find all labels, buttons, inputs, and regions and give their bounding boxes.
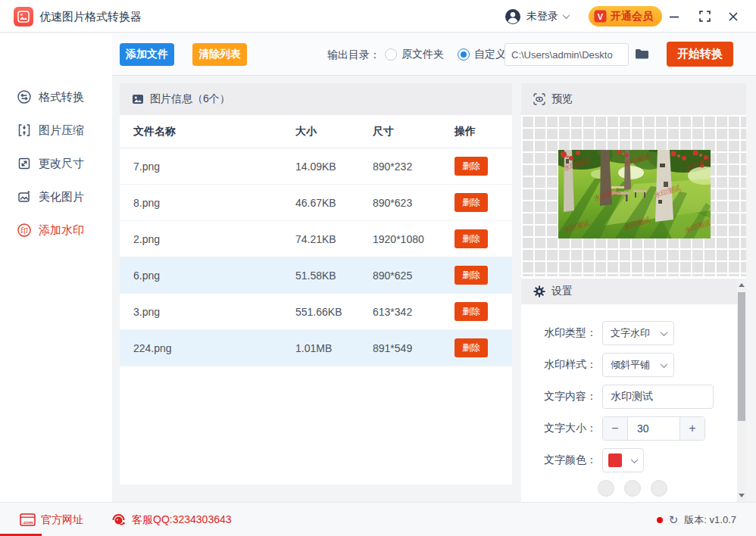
clear-list-button[interactable]: 清除列表: [192, 43, 247, 66]
table-row[interactable]: 3.png 551.66KB 613*342 删除: [120, 294, 512, 330]
file-name: 8.png: [133, 197, 295, 209]
close-icon: [728, 11, 739, 22]
output-dir-options: 原文件夹 自定义: [385, 33, 506, 76]
text-size-label: 文字大小：: [544, 422, 602, 435]
folder-icon: [635, 48, 649, 60]
text-color-row: 文字颜色：: [544, 448, 737, 472]
sidebar: 格式转换 图片压缩 更改尺寸 美化图片 印 添加水印: [0, 33, 112, 502]
customer-service-label: 客服QQ:3234303643: [132, 513, 232, 527]
watermark-type-label: 水印类型：: [544, 326, 602, 340]
file-size: 46.67KB: [295, 197, 373, 209]
scroll-down-arrow-icon[interactable]: [739, 494, 745, 497]
browse-folder-button[interactable]: [635, 48, 649, 63]
scroll-up-arrow-icon[interactable]: [739, 283, 745, 287]
text-content-row: 文字内容：: [544, 385, 737, 409]
delete-button[interactable]: 删除: [455, 302, 488, 321]
table-row[interactable]: 6.png 51.58KB 890*625 删除: [120, 257, 512, 294]
check-update-icon[interactable]: ↻: [669, 513, 679, 527]
version-area: ↻ 版本: v1.0.7: [657, 503, 736, 536]
sidebar-item-label: 格式转换: [39, 90, 84, 104]
option-circle[interactable]: [651, 480, 667, 497]
preview-image: 水印测试 水印测试 水印测试 水印测试 水印测试 水印测试 水印测试 水印测试: [558, 150, 711, 238]
radio-unchecked-icon[interactable]: [385, 48, 397, 61]
delete-button[interactable]: 删除: [455, 338, 488, 357]
option-circle[interactable]: [598, 480, 614, 497]
sidebar-item-label: 更改尺寸: [39, 157, 84, 171]
col-header-action: 操作: [455, 125, 512, 139]
settings-scrollbar[interactable]: [737, 279, 746, 502]
minimize-button[interactable]: [661, 0, 687, 33]
add-files-button[interactable]: 添加文件: [120, 43, 174, 66]
delete-button[interactable]: 删除: [455, 157, 488, 176]
delete-button[interactable]: 删除: [455, 266, 488, 285]
file-name: 7.png: [133, 160, 295, 173]
radio-checked-icon[interactable]: [458, 48, 470, 61]
preview-header: 预览: [521, 83, 746, 115]
app-window: 优速图片格式转换器 未登录 V 开通会员 格式转换 图片压缩: [0, 0, 756, 536]
chevron-down-icon: [661, 329, 668, 336]
sidebar-item-label: 美化图片: [39, 190, 84, 204]
minimize-icon: [669, 11, 679, 22]
sidebar-item-watermark[interactable]: 印 添加水印: [0, 213, 112, 247]
sidebar-item-compress[interactable]: 图片压缩: [0, 114, 112, 147]
text-color-label: 文字颜色：: [544, 453, 602, 467]
sidebar-item-label: 添加水印: [39, 223, 84, 238]
file-dims: 890*625: [373, 270, 455, 282]
svg-text:印: 印: [20, 226, 28, 235]
option-circle[interactable]: [624, 480, 641, 497]
delete-button[interactable]: 删除: [455, 193, 488, 212]
table-row[interactable]: 224.png 1.01MB 891*549 删除: [120, 330, 512, 366]
color-picker[interactable]: [602, 448, 644, 472]
transparency-grid: 水印测试 水印测试 水印测试 水印测试 水印测试 水印测试 水印测试 水印测试: [521, 115, 746, 276]
watermark-style-value: 倾斜平铺: [611, 358, 650, 372]
sidebar-item-format-convert[interactable]: 格式转换: [0, 80, 112, 114]
decrease-button[interactable]: −: [603, 417, 627, 440]
watermark-style-row: 水印样式： 倾斜平铺: [544, 353, 737, 377]
start-convert-button[interactable]: 开始转换: [667, 42, 733, 67]
watermark-type-row: 水印类型： 文字水印: [544, 321, 737, 345]
radio-original-folder[interactable]: 原文件夹: [385, 48, 444, 61]
increase-button[interactable]: +: [680, 417, 704, 440]
table-row[interactable]: 7.png 14.09KB 890*232 删除: [120, 148, 512, 185]
sidebar-item-resize[interactable]: 更改尺寸: [0, 147, 112, 180]
maximize-button[interactable]: [692, 0, 717, 33]
avatar-icon: [505, 8, 521, 25]
close-button[interactable]: [720, 0, 746, 33]
footer-bar: .com 官方网址 客服QQ:3234303643 ↻ 版本: v1.0.7: [0, 502, 756, 536]
table-row[interactable]: 2.png 74.21KB 1920*1080 删除: [120, 221, 512, 257]
file-dims: 891*549: [373, 342, 455, 354]
sidebar-item-label: 图片压缩: [39, 123, 84, 138]
watermark-type-select[interactable]: 文字水印: [602, 321, 674, 345]
official-website-link[interactable]: .com 官方网址: [20, 503, 83, 536]
file-list-header: 图片信息（6个）: [120, 83, 512, 115]
watermark-style-select[interactable]: 倾斜平铺: [602, 353, 674, 377]
file-size: 51.58KB: [295, 270, 373, 282]
watermark-text-input[interactable]: [602, 385, 714, 409]
file-name: 6.png: [133, 270, 295, 282]
title-bar: 优速图片格式转换器 未登录 V 开通会员: [0, 0, 756, 33]
table-row[interactable]: 8.png 46.67KB 890*623 删除: [120, 185, 512, 221]
settings-title: 设置: [551, 285, 573, 298]
website-icon: .com: [20, 513, 36, 526]
font-size-value[interactable]: 30: [627, 417, 680, 440]
text-size-row: 文字大小： − 30 +: [544, 416, 737, 441]
font-size-stepper: − 30 +: [602, 416, 705, 441]
file-dims: 890*232: [373, 160, 455, 173]
radio-custom[interactable]: 自定义: [458, 48, 506, 61]
output-path-input[interactable]: [505, 43, 629, 66]
vip-button[interactable]: V 开通会员: [589, 6, 662, 26]
vip-label: 开通会员: [611, 10, 653, 23]
toolbar: 添加文件 清除列表 输出目录： 原文件夹 自定义 开始转换: [112, 33, 756, 76]
account-menu[interactable]: 未登录: [505, 0, 569, 33]
scrollbar-thumb[interactable]: [738, 292, 745, 421]
preview-title: 预览: [551, 92, 573, 106]
svg-text:.com: .com: [22, 520, 33, 525]
customer-service-link[interactable]: 客服QQ:3234303643: [111, 503, 232, 536]
radio-original-label: 原文件夹: [401, 48, 444, 61]
delete-button[interactable]: 删除: [455, 229, 488, 248]
file-name: 3.png: [133, 306, 295, 318]
sidebar-item-beautify[interactable]: 美化图片: [0, 180, 112, 213]
file-name: 224.png: [133, 342, 295, 354]
color-swatch: [608, 453, 622, 467]
login-status: 未登录: [526, 10, 558, 23]
